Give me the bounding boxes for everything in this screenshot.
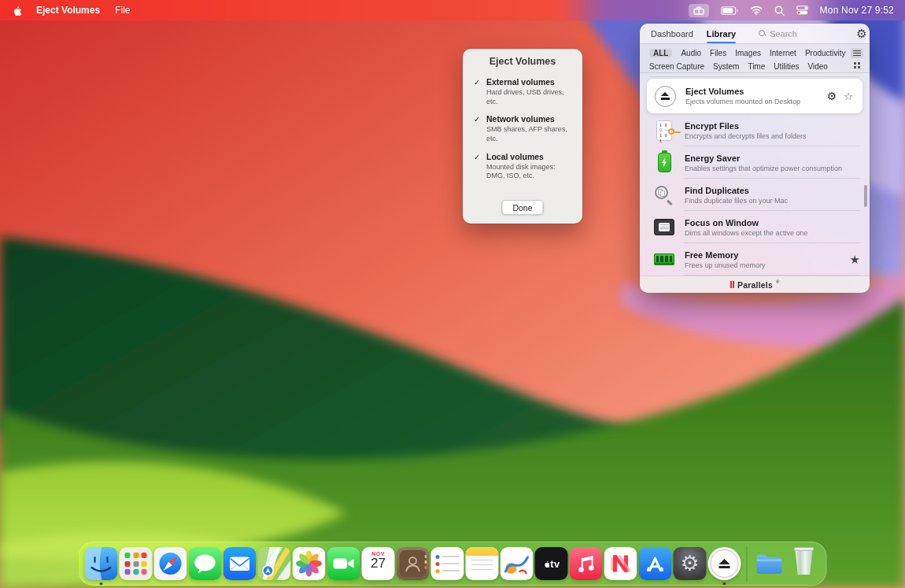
dock-downloads-folder-icon[interactable]: [753, 547, 786, 580]
dock-eject-volumes-icon[interactable]: [708, 547, 741, 580]
menu-bar: Eject Volumes File Mon Nov 27 9:52: [0, 0, 905, 20]
dock-system-settings-icon[interactable]: ⚙: [674, 547, 707, 580]
menubar-menu-file[interactable]: File: [115, 5, 130, 16]
dock-mail-icon[interactable]: [223, 547, 257, 580]
dock-launchpad-icon[interactable]: [120, 547, 153, 580]
favorite-star-outline-icon[interactable]: ☆: [844, 91, 853, 102]
filter-video[interactable]: Video: [807, 62, 827, 71]
battery-icon[interactable]: [721, 6, 738, 15]
panel-tab-bar: Dashboard Library ⚙: [640, 24, 870, 44]
done-button[interactable]: Done: [501, 200, 543, 215]
option-description: Hard drives, USB drives, etc.: [486, 88, 573, 106]
category-filters: ALL Audio Files Images Internet Producti…: [640, 44, 870, 73]
filter-files[interactable]: Files: [710, 49, 726, 57]
dock-maps-icon[interactable]: [258, 547, 291, 580]
spotlight-search-icon[interactable]: [774, 6, 785, 16]
parallels-logo-bars-icon: [730, 281, 735, 288]
dock-safari-icon[interactable]: [154, 547, 187, 580]
ram-module-icon: [654, 253, 674, 265]
tool-row-energy-saver[interactable]: Energy Saver Enables settings that optim…: [640, 146, 870, 179]
dock-music-icon[interactable]: [570, 547, 603, 580]
dock-trash-icon[interactable]: [788, 547, 821, 580]
menubar-app-name[interactable]: Eject Volumes: [36, 5, 100, 16]
tool-list: Eject Volumes Ejects volumes mounted on …: [640, 73, 870, 276]
tool-settings-gear-icon[interactable]: ⚙: [827, 91, 837, 102]
filter-images[interactable]: Images: [735, 49, 761, 57]
filter-all[interactable]: ALL: [649, 49, 672, 57]
filter-utilities[interactable]: Utilities: [774, 62, 799, 71]
magnifier-documents-icon: [654, 185, 674, 205]
checkmark-icon: ✓: [474, 78, 482, 87]
dialog-title: Eject Volumes: [463, 56, 582, 67]
filter-time[interactable]: Time: [748, 62, 765, 71]
filter-screen-capture[interactable]: Screen Capture: [649, 62, 704, 71]
dock-messages-icon[interactable]: [189, 547, 222, 580]
list-view-icon[interactable]: [851, 48, 863, 58]
dock-photos-icon[interactable]: [293, 547, 326, 580]
desktop: Eject Volumes File Mon Nov 27 9:52 Eject…: [0, 0, 905, 588]
dock-reminders-icon[interactable]: [431, 547, 464, 580]
option-description: SMB shares, AFP shares, etc.: [486, 125, 573, 143]
settings-gear-icon[interactable]: ⚙: [856, 28, 866, 39]
eject-icon: [655, 86, 676, 107]
dock-notes-icon[interactable]: [466, 547, 499, 580]
filter-internet[interactable]: Internet: [770, 49, 796, 57]
grid-view-icon[interactable]: [851, 61, 863, 69]
window-monitor-icon: [654, 219, 674, 235]
filter-productivity[interactable]: Productivity: [805, 49, 846, 57]
checkmark-icon: ✓: [474, 153, 482, 161]
checkmark-icon: ✓: [474, 115, 482, 124]
parallels-toolbox-menu-icon[interactable]: [689, 4, 709, 17]
parallels-brand: Parallels: [737, 280, 773, 290]
battery-bolt-icon: [658, 153, 671, 172]
search-input[interactable]: [770, 29, 856, 39]
checkbox-local-volumes[interactable]: ✓ Local volumes Mounted disk images: DMG…: [474, 152, 573, 181]
tool-row-focus-on-window[interactable]: Focus on Window Dims all windows except …: [640, 211, 870, 243]
dock: NOV 27: [79, 542, 827, 586]
binary-document-key-icon: 1 00 —1 0 1: [656, 120, 672, 141]
wifi-icon[interactable]: [750, 6, 763, 15]
dock-divider: [747, 547, 748, 582]
calendar-day: 27: [371, 557, 386, 571]
dock-finder-icon[interactable]: [85, 547, 118, 580]
dock-news-icon[interactable]: [604, 547, 637, 580]
search-field[interactable]: [759, 29, 856, 39]
tv-label: tv: [550, 558, 560, 570]
dock-freeform-icon[interactable]: [501, 547, 534, 580]
dock-tv-icon[interactable]: tv: [535, 547, 568, 580]
checkbox-external-volumes[interactable]: ✓ External volumes Hard drives, USB driv…: [474, 77, 573, 106]
gear-glyph: ⚙: [680, 553, 699, 575]
scrollbar-thumb[interactable]: [864, 185, 867, 207]
filter-audio[interactable]: Audio: [681, 49, 701, 57]
registered-mark: ®: [776, 279, 779, 284]
option-description: Mounted disk images: DMG, ISO, etc.: [486, 163, 574, 181]
checkbox-network-volumes[interactable]: ✓ Network volumes SMB shares, AFP shares…: [474, 114, 573, 143]
control-center-icon[interactable]: [796, 6, 808, 15]
tool-row-free-memory[interactable]: Free Memory Frees up unused memory ★: [640, 243, 870, 276]
tool-row-encrypt-files[interactable]: 1 00 —1 0 1 Encrypt Files Encrypts and d…: [640, 114, 870, 146]
menubar-clock[interactable]: Mon Nov 27 9:52: [820, 5, 894, 16]
tab-dashboard[interactable]: Dashboard: [651, 24, 693, 43]
favorite-star-filled-icon[interactable]: ★: [850, 253, 860, 265]
apple-menu-icon[interactable]: [11, 5, 21, 17]
search-icon: [759, 30, 766, 37]
tool-row-eject-volumes[interactable]: Eject Volumes Ejects volumes mounted on …: [647, 79, 863, 113]
dock-facetime-icon[interactable]: [327, 547, 360, 580]
tab-library[interactable]: Library: [707, 24, 736, 43]
parallels-toolbox-panel: Dashboard Library ⚙ ALL Audio Files Imag…: [640, 24, 870, 293]
eject-volumes-dialog: Eject Volumes ✓ External volumes Hard dr…: [463, 49, 582, 224]
tool-row-find-duplicates[interactable]: Find Duplicates Finds duplicate files on…: [640, 179, 870, 211]
dock-calendar-icon[interactable]: NOV 27: [362, 547, 395, 580]
dock-appstore-icon[interactable]: [639, 547, 672, 580]
dock-contacts-icon[interactable]: [397, 547, 430, 580]
panel-footer: Parallels ®: [640, 276, 870, 293]
filter-system[interactable]: System: [713, 62, 739, 71]
